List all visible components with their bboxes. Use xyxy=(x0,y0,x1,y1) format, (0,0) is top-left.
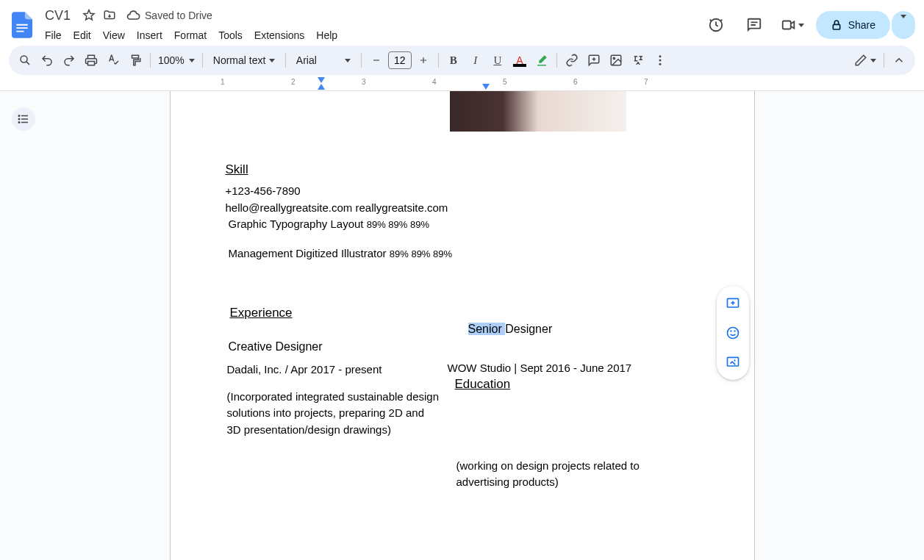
font-size-increase-icon[interactable] xyxy=(413,50,434,71)
underline-icon[interactable]: U xyxy=(487,50,508,71)
cloud-icon xyxy=(126,8,140,23)
highlight-color-icon[interactable] xyxy=(531,50,552,71)
ruler-tick: 5 xyxy=(503,78,507,86)
app-header: CV1 Saved to Drive File Edit View Insert… xyxy=(0,0,924,44)
indent-marker-right-icon[interactable] xyxy=(482,84,490,90)
more-icon[interactable] xyxy=(650,50,670,71)
contact-phone[interactable]: +123-456-7890 xyxy=(226,183,699,200)
skills-row1-labels[interactable]: Graphic Typography Layout xyxy=(229,218,367,230)
suggest-edits-icon[interactable] xyxy=(720,349,746,376)
svg-point-12 xyxy=(18,118,21,121)
svg-point-8 xyxy=(659,60,661,62)
ruler-tick: 3 xyxy=(362,78,366,86)
lock-icon xyxy=(831,19,842,31)
add-comment-floating-icon[interactable] xyxy=(720,290,746,317)
skills-row2-labels[interactable]: Management Digitized Illustrator xyxy=(229,247,390,259)
text-color-icon[interactable]: A xyxy=(509,50,530,71)
document-page[interactable]: Skill +123-456-7890 hello@reallygreatsit… xyxy=(170,91,755,560)
font-size-input[interactable] xyxy=(388,51,412,69)
search-menus-icon[interactable] xyxy=(15,50,35,71)
italic-icon[interactable]: I xyxy=(465,50,486,71)
job1-title[interactable]: Creative Designer xyxy=(229,338,454,356)
svg-rect-11 xyxy=(21,115,28,117)
paragraph-style-select[interactable]: Normal text xyxy=(207,54,281,66)
svg-point-6 xyxy=(613,57,615,59)
show-outline-button[interactable] xyxy=(12,107,35,131)
print-icon[interactable] xyxy=(81,50,101,71)
zoom-select[interactable]: 100% xyxy=(155,54,198,66)
share-button[interactable]: Share xyxy=(816,11,890,39)
selected-text: Senior xyxy=(468,323,506,335)
insert-image-icon[interactable] xyxy=(606,50,626,71)
svg-point-19 xyxy=(734,331,735,331)
ruler-tick: 1 xyxy=(221,78,225,86)
menu-file[interactable]: File xyxy=(40,26,67,44)
profile-photo[interactable] xyxy=(450,91,626,132)
redo-icon[interactable] xyxy=(59,50,79,71)
move-icon[interactable] xyxy=(102,8,117,23)
job1-description[interactable]: (Incorporated integrated sustainable des… xyxy=(227,389,440,439)
svg-rect-4 xyxy=(88,62,95,65)
docs-logo-icon[interactable] xyxy=(9,12,35,38)
job1-meta[interactable]: Dadali, Inc. / Apr 2017 - present xyxy=(227,362,454,378)
skills-row2-percents[interactable]: 89% 89% 89% xyxy=(390,248,452,259)
saved-status[interactable]: Saved to Drive xyxy=(126,8,212,23)
menu-edit[interactable]: Edit xyxy=(68,26,96,44)
font-value: Arial xyxy=(296,54,317,66)
menu-bar: File Edit View Insert Format Tools Exten… xyxy=(40,26,701,44)
menu-tools[interactable]: Tools xyxy=(213,26,248,44)
job2-title-rest: Designer xyxy=(505,323,552,335)
svg-rect-13 xyxy=(21,118,28,120)
meet-icon[interactable] xyxy=(778,10,807,40)
document-title[interactable]: CV1 xyxy=(40,7,76,25)
svg-point-17 xyxy=(727,328,738,339)
menu-help[interactable]: Help xyxy=(311,26,343,44)
horizontal-ruler[interactable]: 1 2 3 4 5 6 7 xyxy=(0,78,924,91)
experience-heading[interactable]: Experience xyxy=(230,306,454,320)
job2-description[interactable]: (working on design projects related to a… xyxy=(456,458,648,491)
last-edit-icon[interactable] xyxy=(701,10,731,40)
svg-rect-1 xyxy=(782,21,790,29)
contact-email-line[interactable]: hello@reallygreatsite.com reallygreatsit… xyxy=(226,200,699,217)
svg-point-18 xyxy=(731,331,731,331)
skill-heading[interactable]: Skill xyxy=(226,162,699,177)
paint-format-icon[interactable] xyxy=(125,50,146,71)
document-canvas[interactable]: Skill +123-456-7890 hello@reallygreatsit… xyxy=(0,91,924,560)
collapse-icon[interactable] xyxy=(889,50,909,71)
ime-input-icon[interactable] xyxy=(628,50,648,71)
menu-view[interactable]: View xyxy=(98,26,130,44)
indent-marker-first-line-icon[interactable] xyxy=(318,77,325,83)
comment-history-icon[interactable] xyxy=(739,10,769,40)
menu-format[interactable]: Format xyxy=(169,26,212,44)
share-dropdown[interactable] xyxy=(892,11,915,39)
education-heading[interactable]: Education xyxy=(455,377,699,392)
insert-link-icon[interactable] xyxy=(562,50,582,71)
job2-title[interactable]: Senior Designer xyxy=(468,320,699,338)
editing-mode[interactable] xyxy=(851,54,879,67)
bold-icon[interactable]: B xyxy=(443,50,464,71)
undo-icon[interactable] xyxy=(37,50,57,71)
skills-row1-percents[interactable]: 89% 89% 89% xyxy=(367,219,429,230)
floating-action-bar xyxy=(717,286,749,380)
menu-insert[interactable]: Insert xyxy=(132,26,168,44)
svg-rect-2 xyxy=(833,24,839,29)
zoom-value: 100% xyxy=(158,54,185,66)
ruler-tick: 7 xyxy=(644,78,648,86)
svg-point-14 xyxy=(18,121,21,123)
indent-marker-left-icon[interactable] xyxy=(318,84,325,90)
menu-extensions[interactable]: Extensions xyxy=(249,26,309,44)
toolbar: 100% Normal text Arial B I U A xyxy=(9,46,915,75)
svg-point-10 xyxy=(18,115,21,117)
ruler-tick: 6 xyxy=(573,78,578,86)
svg-point-7 xyxy=(659,55,661,57)
star-icon[interactable] xyxy=(82,8,96,23)
spellcheck-icon[interactable] xyxy=(103,50,123,71)
font-select[interactable]: Arial xyxy=(290,54,357,66)
saved-status-text: Saved to Drive xyxy=(145,10,212,21)
job2-meta[interactable]: WOW Studio | Sept 2016 - June 2017 xyxy=(448,360,699,377)
add-comment-icon[interactable] xyxy=(584,50,604,71)
svg-rect-15 xyxy=(21,122,28,123)
share-label: Share xyxy=(848,19,875,31)
add-emoji-reaction-icon[interactable] xyxy=(720,320,746,346)
font-size-decrease-icon[interactable] xyxy=(366,50,387,71)
